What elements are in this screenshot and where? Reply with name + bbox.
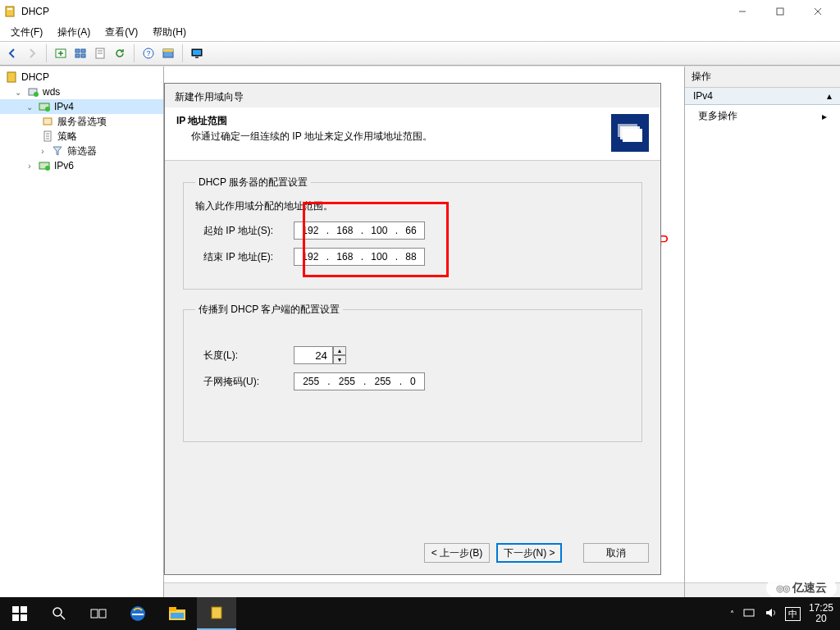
instruction-text: 输入此作用域分配的地址范围。	[195, 199, 630, 213]
view-list-icon[interactable]	[71, 44, 89, 62]
add-icon[interactable]	[52, 44, 70, 62]
nav-forward-icon	[23, 44, 41, 62]
wizard-header-title: 新建作用域向导	[165, 84, 660, 107]
properties-icon[interactable]	[91, 44, 109, 62]
svg-line-42	[61, 615, 65, 619]
actions-section-ipv4[interactable]: IPv4 ▴	[685, 88, 840, 105]
svg-rect-50	[744, 609, 754, 616]
dhcp-icon	[5, 71, 18, 84]
svg-rect-37	[12, 606, 19, 613]
wizard-subheading: 你通过确定一组连续的 IP 地址来定义作用域地址范围。	[176, 130, 611, 144]
svg-point-25	[45, 107, 50, 112]
mask-label: 子网掩码(U):	[203, 375, 294, 389]
tray-chevron-up-icon[interactable]: ˄	[730, 609, 734, 619]
svg-point-29	[45, 166, 50, 171]
refresh-icon[interactable]	[111, 44, 129, 62]
svg-rect-10	[81, 54, 85, 57]
tray-clock[interactable]: 17:25 20	[809, 603, 833, 624]
actions-header: 操作	[685, 66, 840, 88]
expand-icon[interactable]: ›	[25, 162, 34, 171]
nav-tree[interactable]: DHCP ⌄ wds ⌄ IPv4 服务器选项 策略 ›	[0, 66, 164, 597]
tree-ipv6[interactable]: › IPv6	[0, 158, 163, 173]
svg-rect-19	[193, 50, 201, 55]
wizard-banner-icon	[611, 114, 649, 152]
tree-filters[interactable]: › 筛选器	[0, 144, 163, 158]
menu-file[interactable]: 文件(F)	[3, 24, 50, 41]
svg-rect-26	[43, 118, 52, 125]
ie-icon[interactable]	[118, 597, 158, 630]
nav-back-icon[interactable]	[3, 44, 21, 62]
expand-icon[interactable]: ›	[38, 147, 48, 156]
svg-rect-44	[99, 609, 106, 618]
task-view-icon[interactable]	[79, 597, 118, 630]
tree-policies[interactable]: 策略	[0, 129, 163, 144]
length-label: 长度(L):	[203, 349, 294, 363]
section-up-icon[interactable]: ▴	[827, 90, 832, 102]
main-scrollbar[interactable]	[164, 582, 684, 597]
start-button[interactable]	[0, 597, 39, 630]
spin-down-icon[interactable]: ▼	[333, 355, 346, 364]
menu-action[interactable]: 操作(A)	[50, 24, 98, 41]
minimize-button[interactable]	[724, 0, 761, 23]
next-button[interactable]: 下一步(N) >	[496, 543, 562, 563]
maximize-button[interactable]	[761, 0, 799, 23]
dhcp-taskbar-icon[interactable]	[197, 597, 236, 630]
start-ip-label: 起始 IP 地址(S):	[203, 224, 294, 238]
ipv4-icon	[38, 100, 51, 113]
svg-rect-1	[7, 8, 12, 10]
svg-point-23	[34, 92, 39, 97]
svg-rect-47	[169, 607, 176, 611]
subnet-mask-input[interactable]: 255. 255. 255. 0	[294, 372, 425, 390]
end-ip-label: 结束 IP 地址(E):	[203, 250, 294, 264]
svg-rect-43	[91, 609, 98, 618]
tree-ipv4[interactable]: ⌄ IPv4	[0, 99, 163, 114]
svg-rect-20	[195, 57, 199, 58]
start-ip-input[interactable]: 192. 168. 100. 66	[294, 221, 425, 240]
filters-icon	[51, 144, 64, 158]
tree-server[interactable]: ⌄ wds	[0, 84, 163, 99]
server-settings-group: DHCP 服务器的配置设置 输入此作用域分配的地址范围。 起始 IP 地址(S)…	[183, 176, 642, 290]
svg-rect-3	[777, 8, 783, 15]
tray-ime[interactable]: 中	[785, 607, 801, 621]
window-title: DHCP	[21, 6, 724, 17]
server-icon	[26, 85, 39, 98]
svg-rect-39	[12, 614, 19, 621]
svg-rect-9	[75, 54, 80, 57]
tree-root-dhcp[interactable]: DHCP	[0, 70, 163, 84]
actions-more[interactable]: 更多操作 ▸	[685, 105, 840, 127]
dhcp-app-icon	[3, 5, 16, 18]
tree-server-options[interactable]: 服务器选项	[0, 114, 163, 129]
monitor-icon[interactable]	[188, 44, 206, 62]
tray-volume-icon[interactable]	[764, 606, 777, 622]
new-scope-wizard: 新建作用域向导 IP 地址范围 你通过确定一组连续的 IP 地址来定义作用域地址…	[164, 83, 661, 575]
chevron-right-icon: ▸	[822, 111, 827, 122]
length-spinner[interactable]: ▲ ▼	[294, 346, 346, 364]
collapse-icon[interactable]: ⌄	[25, 103, 34, 112]
svg-rect-7	[75, 49, 80, 52]
svg-rect-38	[21, 606, 27, 613]
svg-rect-0	[6, 7, 14, 16]
help-icon[interactable]: ?	[139, 44, 158, 62]
svg-rect-17	[163, 49, 173, 52]
cancel-button[interactable]: 取消	[583, 543, 649, 563]
svg-text:?: ?	[146, 49, 150, 57]
taskbar[interactable]: ˄ 中 17:25 20	[0, 597, 840, 630]
menu-help[interactable]: 帮助(H)	[145, 24, 194, 41]
svg-rect-49	[212, 607, 221, 619]
end-ip-input[interactable]: 192. 168. 100. 88	[294, 248, 425, 266]
svg-point-41	[53, 608, 62, 616]
client-settings-group: 传播到 DHCP 客户端的配置设置 长度(L): ▲ ▼	[183, 303, 642, 442]
ipv6-icon	[38, 159, 51, 172]
tray-network-icon[interactable]	[742, 606, 756, 622]
svg-rect-21	[7, 72, 16, 82]
watermark: ◎◎亿速云	[766, 579, 837, 597]
back-button[interactable]: < 上一步(B)	[424, 543, 490, 563]
file-explorer-icon[interactable]	[158, 597, 197, 630]
menu-view[interactable]: 查看(V)	[98, 24, 145, 41]
spin-up-icon[interactable]: ▲	[333, 346, 346, 355]
search-icon[interactable]	[39, 597, 79, 630]
collapse-icon[interactable]: ⌄	[13, 88, 23, 97]
policies-icon	[41, 130, 54, 143]
close-button[interactable]	[799, 0, 837, 23]
wizard-icon[interactable]	[159, 44, 177, 62]
